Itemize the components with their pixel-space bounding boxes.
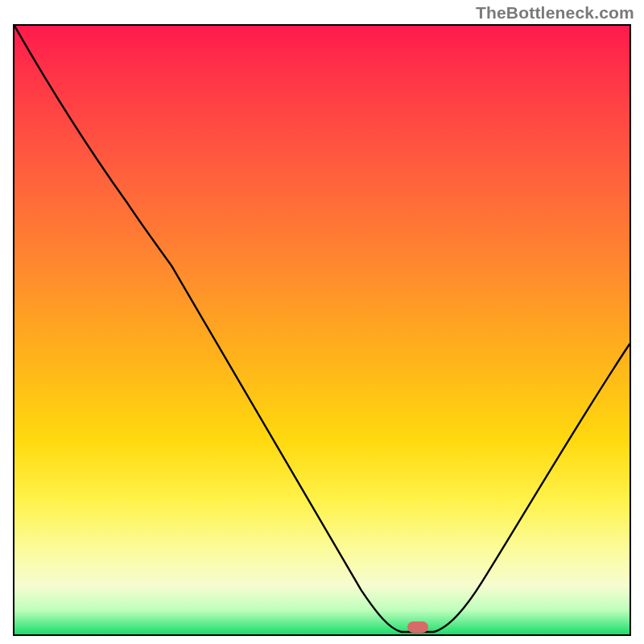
optimal-marker [407,621,428,633]
attribution-label: TheBottleneck.com [476,3,634,23]
chart-container: TheBottleneck.com [0,0,644,644]
bottleneck-curve [14,26,630,634]
plot-area [13,24,631,636]
curve-path [14,26,630,632]
